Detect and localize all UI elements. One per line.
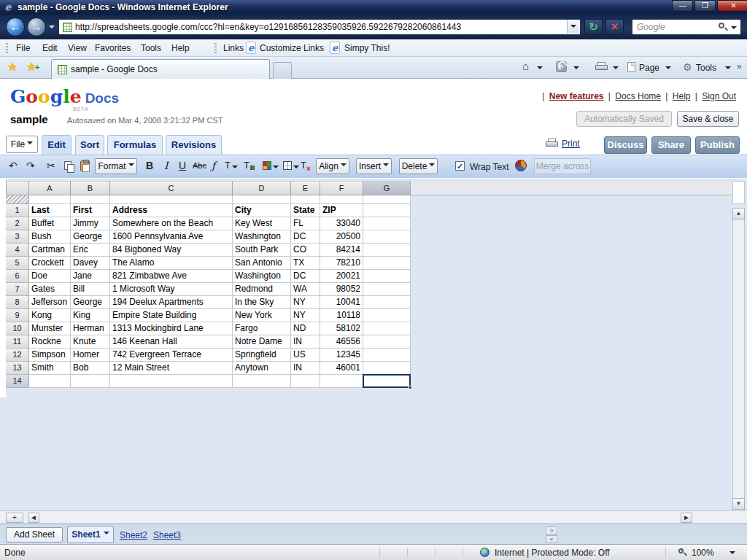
row-header-12[interactable]: 12	[6, 349, 29, 362]
cell-B11[interactable]: Knute	[71, 335, 110, 349]
cell-A14[interactable]	[29, 375, 71, 388]
refresh-button[interactable]: ↻	[584, 19, 603, 35]
new-features-link[interactable]: New features	[549, 91, 604, 101]
tools-menu[interactable]: Tools	[696, 63, 716, 73]
menu-view[interactable]: View	[65, 42, 90, 54]
font-button[interactable]: ƒ	[212, 160, 215, 171]
underline-button[interactable]: U	[179, 160, 186, 171]
font-size-button[interactable]: T	[225, 160, 231, 171]
save-and-close-button[interactable]: Save & close	[677, 111, 739, 127]
delete-dropdown[interactable]: Delete	[399, 158, 438, 174]
cell-E13[interactable]: IN	[291, 362, 320, 375]
column-header-A[interactable]: A	[29, 181, 71, 195]
wrap-text-checkbox[interactable]: ✓	[455, 161, 465, 171]
sheet-tab-sheet1[interactable]: Sheet1	[67, 526, 114, 543]
tab-sort[interactable]: Sort	[75, 135, 104, 155]
cell-C7[interactable]: 1 Microsoft Way	[110, 283, 233, 296]
cell-B1[interactable]: First	[71, 204, 110, 217]
cell-G1[interactable]	[363, 204, 411, 217]
cell-A11[interactable]: Rockne	[29, 335, 71, 349]
cell-A10[interactable]: Munster	[29, 322, 71, 335]
cell-F9[interactable]: 10118	[320, 309, 363, 322]
cell-D14[interactable]	[233, 375, 291, 388]
cell-B5[interactable]: Davey	[71, 257, 110, 270]
bold-button[interactable]: B	[146, 160, 153, 171]
cell-G13[interactable]	[363, 362, 411, 375]
sheet-scroll-right[interactable]: >	[546, 526, 557, 534]
row-header-3[interactable]: 3	[6, 230, 29, 244]
minimize-button[interactable]: —	[672, 0, 693, 12]
file-menu-button[interactable]: File	[6, 136, 38, 153]
menu-edit[interactable]: Edit	[39, 42, 61, 54]
feeds-icon[interactable]	[556, 61, 567, 72]
menu-help[interactable]: Help	[169, 42, 193, 54]
restore-button[interactable]: ❐	[694, 0, 716, 12]
fill-handle[interactable]	[409, 386, 412, 389]
cell-D4[interactable]: South Park	[233, 244, 291, 257]
cell-E14[interactable]	[291, 375, 320, 388]
link-customize-links[interactable]: Customize Links	[257, 42, 327, 54]
tab-formulas[interactable]: Formulas	[107, 135, 163, 155]
row-header-6[interactable]: 6	[6, 270, 29, 283]
cell-A2[interactable]: Buffet	[29, 217, 71, 230]
cell-A12[interactable]: Simpson	[29, 349, 71, 362]
cell-F1[interactable]: ZIP	[320, 204, 363, 217]
cell-F7[interactable]: 98052	[320, 283, 363, 296]
row-header-5[interactable]: 5	[6, 257, 29, 270]
column-header-E[interactable]: E	[291, 181, 320, 195]
cell-B7[interactable]: Bill	[71, 283, 110, 296]
cell-C5[interactable]: The Alamo	[110, 257, 233, 270]
cell-F3[interactable]: 20500	[320, 230, 363, 244]
tools-dropdown-icon[interactable]	[725, 66, 731, 72]
cell-C12[interactable]: 742 Evergreen Terrace	[110, 349, 233, 362]
borders-dropdown-icon[interactable]	[293, 166, 299, 171]
forward-button[interactable]: →	[27, 18, 46, 36]
align-dropdown[interactable]: Align	[316, 158, 349, 174]
cell-A3[interactable]: Bush	[29, 230, 71, 244]
menu-tools[interactable]: Tools	[138, 42, 164, 54]
sheet-tab-sheet2[interactable]: Sheet2	[120, 530, 147, 540]
cell-D8[interactable]: In the Sky	[233, 296, 291, 309]
italic-button[interactable]: I	[164, 160, 169, 171]
cell-F5[interactable]: 78210	[320, 257, 363, 270]
cell-E6[interactable]: DC	[291, 270, 320, 283]
cell-E10[interactable]: ND	[291, 322, 320, 335]
zoom-level[interactable]: 100%	[692, 548, 714, 558]
search-dropdown-icon[interactable]	[731, 26, 737, 32]
cell-F14[interactable]	[320, 375, 363, 388]
cell-B2[interactable]: Jimmy	[71, 217, 110, 230]
add-sheet-button[interactable]: Add Sheet	[6, 527, 63, 542]
cell-A1[interactable]: Last	[29, 204, 71, 217]
search-icon[interactable]	[719, 23, 724, 28]
scroll-up-button[interactable]: ▲	[732, 208, 745, 219]
zoom-icon[interactable]	[678, 548, 684, 553]
cut-icon[interactable]: ✂	[47, 160, 55, 171]
column-header-G[interactable]: G	[363, 181, 411, 195]
cell-D7[interactable]: Redmond	[233, 283, 291, 296]
cell-A6[interactable]: Doe	[29, 270, 71, 283]
cell-B14[interactable]	[71, 375, 110, 388]
cell-F4[interactable]: 84214	[320, 244, 363, 257]
cell-E3[interactable]: DC	[291, 230, 320, 244]
cell-B4[interactable]: Eric	[71, 244, 110, 257]
page-dropdown-icon[interactable]	[665, 66, 671, 72]
cell-C1[interactable]: Address	[110, 204, 233, 217]
cell-E8[interactable]: NY	[291, 296, 320, 309]
cell-C3[interactable]: 1600 Pennsylvania Ave	[110, 230, 233, 244]
cell-C2[interactable]: Somewhere on the Beach	[110, 217, 233, 230]
cell-F6[interactable]: 20021	[320, 270, 363, 283]
cell-C6[interactable]: 821 Zimbabwe Ave	[110, 270, 233, 283]
cell-G6[interactable]	[363, 270, 411, 283]
borders-button[interactable]	[283, 161, 292, 170]
cell-D11[interactable]: Notre Dame	[233, 335, 291, 349]
cell-G5[interactable]	[363, 257, 411, 270]
cell-B6[interactable]: Jane	[71, 270, 110, 283]
sign-out-link[interactable]: Sign Out	[702, 91, 736, 101]
cell-G3[interactable]	[363, 230, 411, 244]
cell-D6[interactable]: Washington	[233, 270, 291, 283]
link-simpy-this[interactable]: Simpy This!	[341, 42, 392, 54]
tab-edit[interactable]: Edit	[42, 135, 71, 155]
column-header-C[interactable]: C	[110, 181, 233, 195]
browser-tab[interactable]: sample - Google Docs	[51, 59, 270, 79]
discuss-button[interactable]: Discuss	[604, 136, 647, 154]
